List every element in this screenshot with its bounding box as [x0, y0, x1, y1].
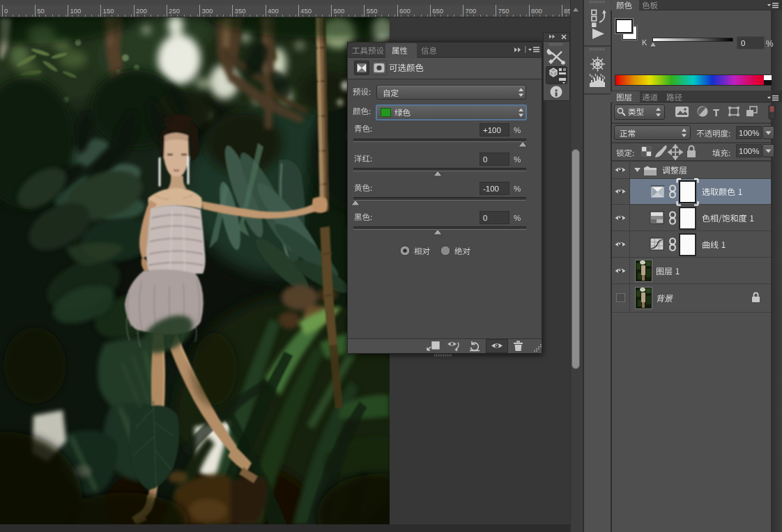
svg-text:%: % [514, 155, 521, 164]
svg-text:%: % [766, 39, 774, 49]
svg-text:0: 0 [483, 155, 487, 164]
svg-text:%: % [514, 185, 521, 193]
svg-text:0: 0 [741, 39, 745, 47]
svg-text:-100: -100 [483, 185, 499, 193]
svg-text:%: % [514, 214, 521, 222]
svg-text:T: T [713, 107, 719, 118]
svg-text:100%: 100% [739, 147, 759, 155]
svg-text:K: K [642, 38, 647, 47]
svg-text:%: % [514, 126, 521, 134]
svg-text:100%: 100% [739, 129, 759, 137]
svg-text:+100: +100 [483, 126, 501, 134]
svg-text:0: 0 [483, 214, 487, 222]
